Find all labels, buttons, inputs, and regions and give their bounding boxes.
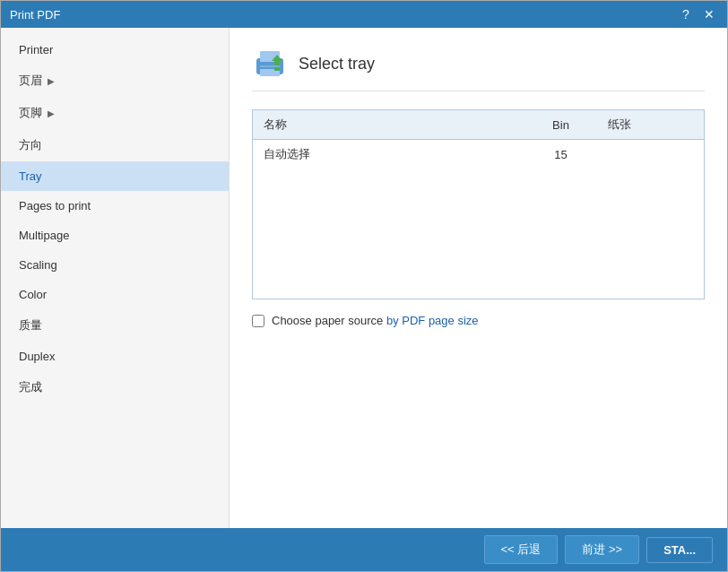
section-header: Select tray	[252, 46, 705, 91]
tray-table-body: 自动选择15	[253, 140, 705, 299]
checkbox-label-before: Choose paper source	[272, 314, 386, 327]
content-area: Printer页眉 ▶页脚 ▶方向TrayPages to printMulti…	[1, 28, 727, 528]
col-bin: Bin	[525, 110, 597, 140]
main-window: Print PDF ? ✕ Printer页眉 ▶页脚 ▶方向TrayPages…	[0, 0, 728, 572]
sidebar-item-pages-to-print[interactable]: Pages to print	[1, 191, 229, 221]
sidebar-item-orientation[interactable]: 方向	[1, 129, 229, 161]
section-title: Select tray	[299, 55, 375, 74]
chevron-right-icon: ▶	[48, 108, 55, 118]
tray-name-cell: 自动选择	[253, 140, 525, 169]
table-row-empty	[253, 247, 705, 273]
sidebar: Printer页眉 ▶页脚 ▶方向TrayPages to printMulti…	[1, 28, 230, 528]
sidebar-item-finish[interactable]: 完成	[1, 371, 229, 403]
sidebar-item-quality[interactable]: 质量	[1, 309, 229, 342]
table-row-empty	[253, 273, 705, 299]
sidebar-item-color[interactable]: Color	[1, 280, 229, 309]
sidebar-item-page-setup1[interactable]: 页眉 ▶	[1, 65, 229, 97]
help-button[interactable]: ?	[677, 5, 695, 23]
title-bar: Print PDF ? ✕	[1, 1, 727, 28]
tray-icon	[252, 46, 288, 82]
sidebar-item-tray[interactable]: Tray	[1, 161, 229, 191]
col-name: 名称	[253, 110, 525, 140]
table-row-empty	[253, 195, 705, 221]
sidebar-item-duplex[interactable]: Duplex	[1, 342, 229, 371]
table-row[interactable]: 自动选择15	[253, 140, 705, 169]
next-button[interactable]: 前进 >>	[565, 535, 639, 564]
paper-source-label[interactable]: Choose paper source by PDF page size	[272, 314, 479, 327]
close-button[interactable]: ✕	[700, 5, 718, 23]
window-title: Print PDF	[10, 8, 60, 22]
tray-bin-cell: 15	[525, 140, 597, 169]
tray-table: 名称 Bin 纸张 自动选择15	[252, 109, 705, 299]
sidebar-item-scaling[interactable]: Scaling	[1, 250, 229, 280]
footer: << 后退 前进 >> STA...	[1, 528, 727, 571]
back-button[interactable]: << 后退	[484, 535, 559, 564]
svg-rect-4	[260, 65, 280, 67]
col-paper: 纸张	[597, 110, 705, 140]
paper-source-checkbox-row: Choose paper source by PDF page size	[252, 314, 705, 327]
table-row-empty	[253, 221, 705, 247]
title-controls: ? ✕	[677, 5, 718, 23]
paper-source-checkbox[interactable]	[252, 315, 264, 327]
tray-paper-cell	[597, 140, 705, 169]
chevron-right-icon: ▶	[48, 76, 55, 86]
sidebar-item-multipage[interactable]: Multipage	[1, 221, 229, 250]
sidebar-item-printer[interactable]: Printer	[1, 35, 229, 65]
sidebar-item-page-setup2[interactable]: 页脚 ▶	[1, 97, 229, 129]
checkbox-label-highlight: by PDF page size	[386, 314, 479, 327]
main-content: Select tray 名称 Bin 纸张 自动选择15	[230, 28, 727, 528]
start-button[interactable]: STA...	[646, 537, 713, 563]
table-row-empty	[253, 169, 705, 195]
